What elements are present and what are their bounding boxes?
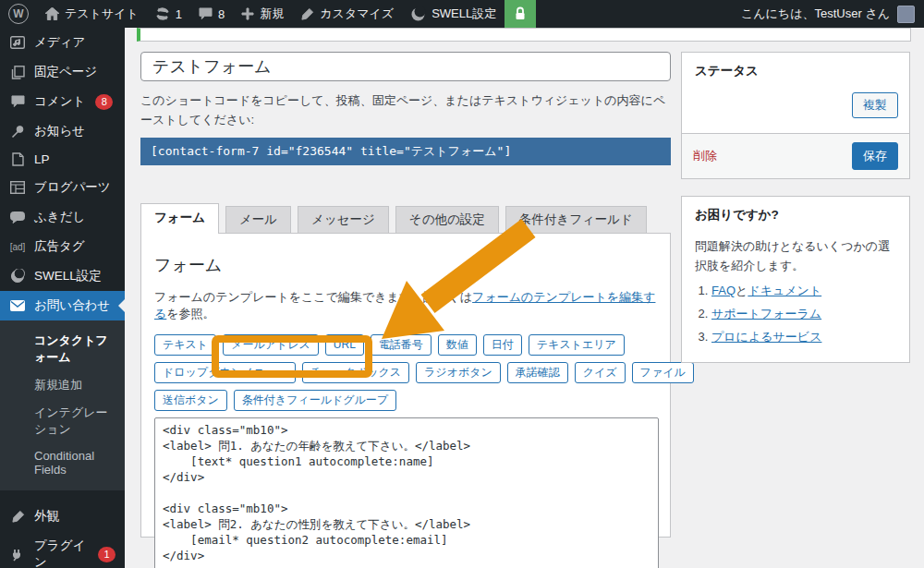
tag-button-file[interactable]: ファイル [632, 362, 694, 383]
admin-bar: W テストサイト 1 8 新規 カスタマイズ [0, 0, 924, 28]
faq-link[interactable]: FAQ [711, 284, 736, 297]
tag-button-conditional-group[interactable]: 条件付きフィールドグループ [234, 390, 396, 411]
pushpin-icon [11, 125, 25, 139]
status-panel: ステータス 複製 削除 保存 [681, 52, 910, 179]
tag-button-acceptance[interactable]: 承諾確認 [507, 362, 568, 383]
submenu-item-contact-forms[interactable]: コンタクトフォーム [0, 327, 125, 371]
shortcode-hint: このショートコードをコピーして、投稿、固定ページ、またはテキストウィジェットの内… [140, 91, 671, 130]
tag-button-email[interactable]: メールアドレス [223, 334, 319, 356]
tag-button-url[interactable]: URL [325, 334, 364, 356]
pages-icon [11, 66, 25, 79]
sidebar-item-appearance[interactable]: 外観 [0, 502, 125, 531]
form-tab-panel: フォーム フォームのテンプレートをここで編集できます。詳しくはフォームのテンプレ… [140, 233, 671, 538]
editor-side-column: ステータス 複製 削除 保存 お困りですか? 問題解決の助けとなるいくつかの選択… [681, 52, 910, 363]
help-panel-description: 問題解決の助けとなるいくつかの選択肢を紹介します。 [695, 236, 896, 276]
shortcode-box[interactable]: [contact-form-7 id="f236544" title="テストフ… [140, 138, 671, 165]
tag-button-row-2: ドロップダウンメニュー チェックボックス ラジオボタン 承諾確認 クイズ ファイ… [154, 362, 657, 383]
lock-icon [514, 6, 527, 21]
contact-submenu: コンタクトフォーム 新規追加 インテグレーション Conditional Fie… [0, 320, 125, 490]
appearance-brush-icon [11, 510, 25, 524]
submenu-item-integration[interactable]: インテグレーション [0, 399, 125, 443]
comment-bubble-icon [11, 95, 25, 108]
duplicate-button[interactable]: 複製 [852, 92, 898, 118]
tag-button-checkbox[interactable]: チェックボックス [302, 362, 409, 383]
sidebar-item-comments[interactable]: コメント 8 [0, 87, 125, 116]
sidebar-item-contact[interactable]: お問い合わせ [0, 291, 125, 320]
admin-bar-greeting[interactable]: こんにちは、TestUser さん [741, 6, 890, 22]
swell-icon [10, 269, 25, 284]
help-item-docs: FAQとドキュメント [711, 283, 909, 299]
status-panel-body: 複製 [682, 85, 909, 133]
tab-conditional-fields[interactable]: 条件付きフィールド [505, 206, 647, 234]
editor-tabs: フォーム メール メッセージ その他の設定 条件付きフィールド [140, 202, 671, 233]
tag-button-text[interactable]: テキスト [154, 334, 216, 356]
grid-window-icon [10, 181, 25, 194]
sidebar-item-news[interactable]: お知らせ [0, 116, 125, 146]
sidebar-item-blog-parts[interactable]: ブログパーツ [0, 173, 125, 202]
tag-button-dropdown[interactable]: ドロップダウンメニュー [154, 362, 296, 383]
plus-icon [241, 7, 254, 20]
page-icon [12, 152, 24, 166]
panel-heading: フォーム [154, 254, 657, 276]
brush-icon [300, 7, 314, 21]
sidebar-item-lp[interactable]: LP [0, 146, 125, 173]
form-title-input[interactable] [140, 52, 671, 81]
tag-button-date[interactable]: 日付 [483, 334, 522, 356]
admin-bar-updates[interactable]: 1 [147, 0, 190, 28]
sidebar-item-ad-tags[interactable]: [ad] 広告タグ [0, 232, 125, 261]
submenu-item-add-new[interactable]: 新規追加 [0, 371, 125, 399]
sidebar-item-speech-bubble[interactable]: ふきだし [0, 202, 125, 232]
help-panel-title: お困りですか? [682, 197, 909, 229]
tab-additional-settings[interactable]: その他の設定 [395, 206, 499, 234]
help-link-list: FAQとドキュメント サポートフォーラム プロによるサービス [682, 283, 909, 345]
ad-icon: [ad] [9, 242, 26, 252]
media-icon [10, 36, 25, 49]
user-avatar [897, 6, 915, 23]
form-editor-main: このショートコードをコピーして、投稿、固定ページ、またはテキストウィジェットの内… [140, 52, 671, 538]
tab-form[interactable]: フォーム [140, 203, 219, 234]
updates-icon [155, 6, 170, 21]
tag-button-number[interactable]: 数値 [438, 334, 477, 356]
save-button[interactable]: 保存 [852, 142, 898, 170]
help-panel: お困りですか? 問題解決の助けとなるいくつかの選択肢を紹介します。 FAQとドキ… [681, 196, 910, 363]
plugins-count-badge: 1 [98, 547, 116, 562]
support-forum-link[interactable]: サポートフォーラム [711, 307, 821, 320]
submenu-item-conditional-fields[interactable]: Conditional Fields [0, 443, 125, 482]
plugin-icon [11, 548, 25, 562]
admin-bar-comments[interactable]: 8 [190, 0, 233, 28]
admin-notice [137, 28, 911, 42]
sidebar-item-plugins[interactable]: プラグイン 1 [0, 531, 125, 568]
tag-button-submit[interactable]: 送信ボタン [154, 390, 227, 411]
panel-description: フォームのテンプレートをここで編集できます。詳しくはフォームのテンプレートを編集… [154, 289, 657, 322]
tab-messages[interactable]: メッセージ [298, 206, 389, 234]
wordpress-logo-icon: W [8, 4, 29, 24]
admin-sidebar: メディア 固定ページ コメント 8 お知らせ LP ブログパーツ ふきだし [a [0, 28, 125, 568]
sidebar-item-pages[interactable]: 固定ページ [0, 57, 125, 87]
tag-button-textarea[interactable]: テキストエリア [529, 334, 625, 356]
admin-bar-new[interactable]: 新規 [233, 0, 292, 28]
professional-services-link[interactable]: プロによるサービス [711, 330, 821, 344]
tag-button-radio[interactable]: ラジオボタン [416, 362, 501, 383]
tag-button-quiz[interactable]: クイズ [575, 362, 626, 383]
form-template-textarea[interactable]: <div class="mb10"> <label> 問1. あなたの年齢を教え… [154, 417, 659, 568]
admin-bar-swell-settings[interactable]: SWELL設定 [402, 0, 505, 28]
mail-icon [10, 300, 25, 311]
tag-button-row-1: テキスト メールアドレス URL 電話番号 数値 日付 テキストエリア [154, 334, 657, 356]
comments-count-badge: 8 [95, 94, 113, 110]
sidebar-item-media[interactable]: メディア [0, 28, 125, 57]
tag-button-tel[interactable]: 電話番号 [371, 334, 432, 356]
admin-bar-customize[interactable]: カスタマイズ [292, 0, 402, 28]
delete-link[interactable]: 削除 [693, 148, 717, 164]
sidebar-item-swell-settings[interactable]: SWELL設定 [0, 261, 125, 291]
status-panel-title: ステータス [682, 53, 909, 85]
help-item-support: サポートフォーラム [711, 306, 909, 322]
wordpress-logo[interactable]: W [0, 0, 37, 28]
admin-bar-lock[interactable] [505, 0, 536, 28]
docs-link[interactable]: ドキュメント [748, 284, 821, 297]
tag-button-row-3: 送信ボタン 条件付きフィールドグループ [154, 390, 657, 411]
tab-mail[interactable]: メール [225, 206, 291, 234]
status-panel-footer: 削除 保存 [682, 133, 909, 178]
swell-icon [410, 6, 426, 22]
admin-bar-site-name[interactable]: テストサイト [37, 0, 147, 28]
wordpress-admin-screen: W テストサイト 1 8 新規 カスタマイズ [0, 0, 924, 568]
